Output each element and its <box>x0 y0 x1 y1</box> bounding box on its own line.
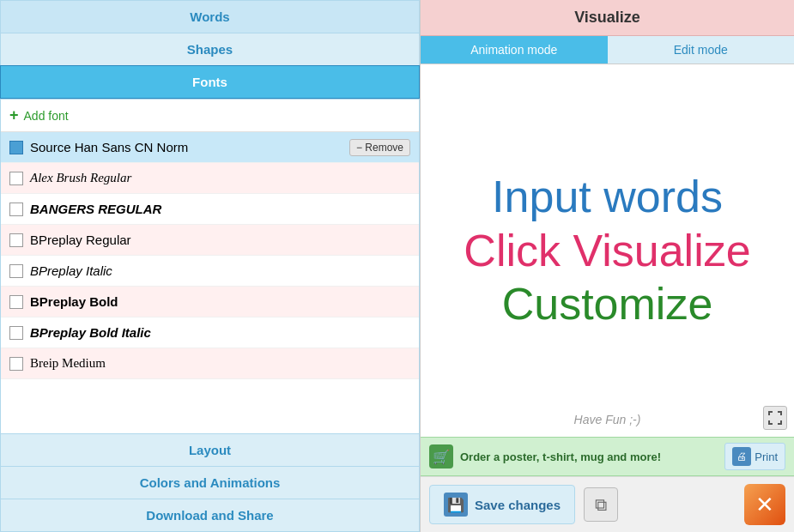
font-name-alex-brush: Alex Brush Regular <box>30 171 410 185</box>
save-icon: 💾 <box>444 493 468 517</box>
nav-colors-button[interactable]: Colors and Animations <box>0 467 420 499</box>
font-item-source-han[interactable]: Source Han Sans CN Norm − Remove <box>1 132 419 163</box>
expand-button[interactable] <box>763 406 787 430</box>
font-item-bpreplay-bold-italic[interactable]: BPreplay Bold Italic <box>1 317 419 348</box>
preview-line-1: Input words <box>492 170 723 223</box>
font-name-bangers: BANGERS REGULAR <box>30 202 410 216</box>
font-checkbox-bangers[interactable] <box>9 203 23 216</box>
font-checkbox-bpreplay-regular[interactable] <box>9 233 23 247</box>
have-fun-text: Have Fun ;-) <box>574 413 641 426</box>
printer-icon: 🖨 <box>732 447 751 466</box>
visualize-header: Visualize <box>421 0 794 36</box>
nav-fonts-button[interactable]: Fonts <box>0 65 420 99</box>
font-name-bpreplay-bold-italic: BPreplay Bold Italic <box>30 325 410 340</box>
font-list-container: + Add font Source Han Sans CN Norm − Rem… <box>0 99 420 434</box>
preview-line-2: Click Visualize <box>464 224 750 277</box>
copy-icon: ⧉ <box>595 495 607 515</box>
font-item-bpreplay-bold[interactable]: BPreplay Bold <box>1 287 419 317</box>
font-checkbox-source-han[interactable] <box>9 141 23 154</box>
delete-button[interactable]: ✕ <box>744 484 785 525</box>
save-label: Save changes <box>475 498 561 512</box>
remove-font-button[interactable]: − Remove <box>349 139 410 156</box>
font-name-source-han: Source Han Sans CN Norm <box>30 140 342 154</box>
font-checkbox-alex-brush[interactable] <box>9 172 23 185</box>
preview-line-3: Customize <box>502 277 713 330</box>
order-text: Order a poster, t-shirt, mug and more! <box>460 450 718 463</box>
add-font-label[interactable]: Add font <box>24 109 69 123</box>
nav-layout-button[interactable]: Layout <box>0 434 420 467</box>
bottom-nav: Layout Colors and Animations Download an… <box>0 434 420 532</box>
nav-download-button[interactable]: Download and Share <box>0 499 420 532</box>
font-name-bpreplay-bold: BPreplay Bold <box>30 294 410 309</box>
tab-animation-mode[interactable]: Animation mode <box>421 36 608 63</box>
delete-icon: ✕ <box>755 492 774 518</box>
cart-icon: 🛒 <box>429 444 453 469</box>
tab-edit-mode[interactable]: Edit mode <box>608 36 795 63</box>
save-changes-button[interactable]: 💾 Save changes <box>429 485 575 524</box>
font-checkbox-breip-medium[interactable] <box>9 357 23 371</box>
font-name-bpreplay-italic: BPreplay Italic <box>30 263 410 278</box>
font-checkbox-bpreplay-bold-italic[interactable] <box>9 326 23 340</box>
font-checkbox-bpreplay-italic[interactable] <box>9 264 23 278</box>
font-checkbox-bpreplay-bold[interactable] <box>9 295 23 309</box>
right-panel: Visualize Animation mode Edit mode Input… <box>421 0 794 532</box>
font-list: Source Han Sans CN Norm − Remove Alex Br… <box>1 132 419 433</box>
font-item-bpreplay-regular[interactable]: BPreplay Regular <box>1 225 419 256</box>
font-item-breip-medium[interactable]: Breip Medium <box>1 348 419 379</box>
order-bar: 🛒 Order a poster, t-shirt, mug and more!… <box>421 437 794 476</box>
nav-shapes-button[interactable]: Shapes <box>0 33 420 65</box>
font-item-alex-brush[interactable]: Alex Brush Regular <box>1 163 419 194</box>
font-name-bpreplay-regular: BPreplay Regular <box>30 233 410 247</box>
copy-button[interactable]: ⧉ <box>584 487 618 522</box>
mode-tabs: Animation mode Edit mode <box>421 36 794 64</box>
font-item-bangers[interactable]: BANGERS REGULAR <box>1 194 419 225</box>
left-panel: Words Shapes Fonts + Add font Source Han… <box>0 0 421 532</box>
print-label: Print <box>755 450 778 463</box>
action-bar: 💾 Save changes ⧉ ✕ <box>421 476 794 532</box>
font-item-bpreplay-italic[interactable]: BPreplay Italic <box>1 256 419 287</box>
print-button[interactable]: 🖨 Print <box>724 443 785 470</box>
font-name-breip-medium: Breip Medium <box>30 356 410 371</box>
add-font-plus-icon: + <box>9 106 19 124</box>
preview-area: Input words Click Visualize Customize Ha… <box>421 64 794 437</box>
add-font-row[interactable]: + Add font <box>1 100 419 132</box>
nav-words-button[interactable]: Words <box>0 0 420 33</box>
